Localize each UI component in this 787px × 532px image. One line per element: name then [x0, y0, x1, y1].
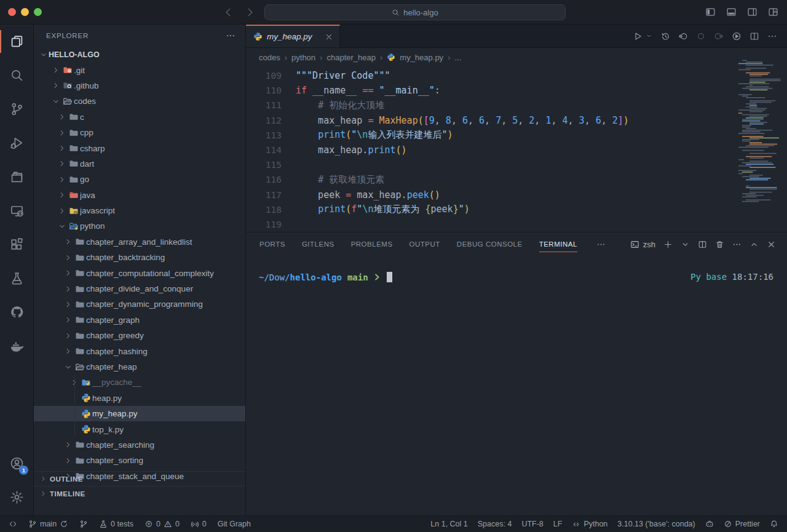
- go-back-button[interactable]: [223, 7, 234, 18]
- tree-item-go[interactable]: go: [34, 172, 245, 187]
- breadcrumb-item[interactable]: chapter_heap: [326, 53, 376, 62]
- explorer-more-actions-icon[interactable]: [226, 31, 235, 41]
- tree-item-c[interactable]: c: [34, 109, 245, 125]
- activity-accounts[interactable]: 1: [0, 447, 34, 480]
- tree-item-my-heap-py[interactable]: my_heap.py: [34, 406, 245, 421]
- terminal-more-icon[interactable]: [732, 240, 742, 249]
- panel-tab-gitlens[interactable]: GITLENS: [302, 232, 334, 256]
- code-line-117[interactable]: 117 peek = max_heap.peek(): [246, 188, 787, 202]
- open-change-icon[interactable]: [696, 31, 706, 41]
- breadcrumb-item[interactable]: ...: [454, 53, 461, 62]
- status-git-branch-status[interactable]: main: [28, 520, 68, 528]
- tree-root-hello-algo[interactable]: HELLO-ALGO: [34, 47, 245, 62]
- code-line-118[interactable]: 118 print(f"\n堆顶元素为 {peek}"): [246, 202, 787, 217]
- tree-item-javascript[interactable]: JS javascript: [34, 203, 245, 218]
- code-line-110[interactable]: 110if __name__ == "__main__":: [246, 83, 787, 98]
- activity-extensions[interactable]: [0, 228, 34, 261]
- status-notifications[interactable]: [770, 520, 778, 528]
- code-line-116[interactable]: 116 # 获取堆顶元素: [246, 172, 787, 187]
- tree-item-chapter-searching[interactable]: chapter_searching: [34, 437, 245, 453]
- tree-item--github[interactable]: .github: [34, 78, 245, 93]
- code-line-119[interactable]: 119: [246, 217, 787, 232]
- run-python-file-icon[interactable]: [633, 31, 643, 41]
- tree-item-top-k-py[interactable]: top_k.py: [34, 421, 245, 437]
- status-language-mode[interactable]: Python: [572, 520, 607, 528]
- outline-section[interactable]: OUTLINE: [34, 471, 246, 486]
- tree-item-chapter-hashing[interactable]: chapter_hashing: [34, 343, 245, 359]
- kill-terminal-icon[interactable]: [715, 240, 724, 249]
- activity-github[interactable]: [0, 295, 34, 329]
- launch-profile-icon[interactable]: [681, 240, 690, 249]
- status-git-graph-label[interactable]: Git Graph: [218, 520, 251, 528]
- code-line-113[interactable]: 113 print("\n输入列表并建堆后"): [246, 128, 787, 143]
- minimap[interactable]: [737, 57, 782, 204]
- status-ports-status[interactable]: 0: [191, 520, 207, 528]
- activity-file-folders[interactable]: [0, 160, 34, 194]
- tree-item-heap-py[interactable]: heap.py: [34, 391, 245, 406]
- tree-item-csharp[interactable]: csharp: [34, 140, 245, 156]
- new-terminal-icon[interactable]: [663, 240, 673, 249]
- panel-tab-terminal[interactable]: TERMINAL: [539, 232, 577, 256]
- toggle-primary-sidebar-icon[interactable]: [705, 7, 716, 17]
- run-dropdown-icon[interactable]: [646, 33, 652, 39]
- status-indentation[interactable]: Spaces: 4: [478, 520, 512, 528]
- code-editor[interactable]: 109"""Driver Code"""110if __name__ == "_…: [246, 66, 787, 232]
- close-window-button[interactable]: [8, 8, 16, 16]
- tree-item-java[interactable]: java: [34, 188, 245, 203]
- split-editor-icon[interactable]: [749, 31, 759, 41]
- activity-testing[interactable]: [0, 261, 34, 295]
- toggle-panel-icon[interactable]: [726, 7, 737, 17]
- tree-item-chapter-sorting[interactable]: chapter_sorting: [34, 453, 245, 468]
- command-center-search[interactable]: hello-algo: [264, 4, 566, 20]
- tab-my-heap-py[interactable]: my_heap.py: [246, 25, 340, 47]
- panel-tab-output[interactable]: OUTPUT: [409, 232, 440, 256]
- status-tests-status[interactable]: 0 tests: [99, 520, 133, 528]
- tree-item-chapter-dynamic-programming[interactable]: chapter_dynamic_programming: [34, 296, 245, 312]
- timeline-section[interactable]: TIMELINE: [34, 486, 246, 501]
- activity-source-control[interactable]: [0, 92, 34, 126]
- code-line-111[interactable]: 111 # 初始化大顶堆: [246, 98, 787, 113]
- tree-item-dart[interactable]: dart: [34, 156, 245, 172]
- run-or-debug-icon[interactable]: [732, 31, 742, 41]
- activity-remote-explorer[interactable]: [0, 194, 34, 228]
- tree-item-chapter-divide-and-conquer[interactable]: chapter_divide_and_conquer: [34, 281, 245, 296]
- more-actions-icon[interactable]: [767, 31, 777, 41]
- status-encoding[interactable]: UTF-8: [521, 520, 543, 528]
- panel-tab-problems[interactable]: PROBLEMS: [351, 232, 393, 256]
- code-line-115[interactable]: 115: [246, 157, 787, 172]
- toggle-secondary-sidebar-icon[interactable]: [747, 7, 757, 17]
- breadcrumb-item[interactable]: python: [291, 53, 315, 62]
- tree-item-cpp[interactable]: cpp: [34, 125, 245, 140]
- terminal-view[interactable]: ~/Dow/hello-algomain Py base 18:17:16: [246, 256, 787, 515]
- previous-change-icon[interactable]: [678, 31, 688, 41]
- tree-item-chapter-computational-complexity[interactable]: chapter_computational_complexity: [34, 265, 245, 280]
- panel-tabs-more-icon[interactable]: [596, 240, 606, 249]
- tree-item--git[interactable]: .git: [34, 62, 245, 77]
- code-line-109[interactable]: 109"""Driver Code""": [246, 68, 787, 83]
- zoom-window-button[interactable]: [34, 8, 42, 16]
- breadcrumb-item[interactable]: codes: [259, 53, 280, 62]
- close-panel-icon[interactable]: [767, 240, 776, 249]
- tree-item-codes[interactable]: codes: [34, 93, 245, 109]
- close-tab-icon[interactable]: [325, 33, 333, 41]
- panel-tab-ports[interactable]: PORTS: [259, 232, 285, 256]
- tree-item-python[interactable]: python: [34, 218, 245, 234]
- activity-explorer[interactable]: [0, 25, 34, 58]
- file-history-icon[interactable]: [660, 31, 670, 41]
- status-eol[interactable]: LF: [553, 520, 563, 528]
- customize-layout-icon[interactable]: [768, 7, 778, 17]
- minimize-window-button[interactable]: [21, 8, 29, 16]
- tree-item--pycache-[interactable]: __pycache__: [34, 375, 245, 390]
- status-remote-indicator[interactable]: [9, 520, 17, 528]
- next-change-icon[interactable]: [714, 31, 724, 41]
- tree-item-chapter-array-and-linkedlist[interactable]: chapter_array_and_linkedlist: [34, 234, 245, 250]
- status-problems-status[interactable]: 00: [144, 520, 180, 528]
- code-line-114[interactable]: 114 max_heap.print(): [246, 143, 787, 157]
- status-copilot[interactable]: [705, 520, 714, 528]
- breadcrumb-item[interactable]: my_heap.py: [400, 53, 443, 62]
- panel-tab-debug-console[interactable]: DEBUG CONSOLE: [457, 232, 523, 256]
- go-forward-button[interactable]: [245, 7, 256, 18]
- shell-label[interactable]: zsh: [630, 240, 655, 249]
- tree-item-chapter-heap[interactable]: chapter_heap: [34, 359, 245, 375]
- maximize-panel-icon[interactable]: [749, 240, 759, 249]
